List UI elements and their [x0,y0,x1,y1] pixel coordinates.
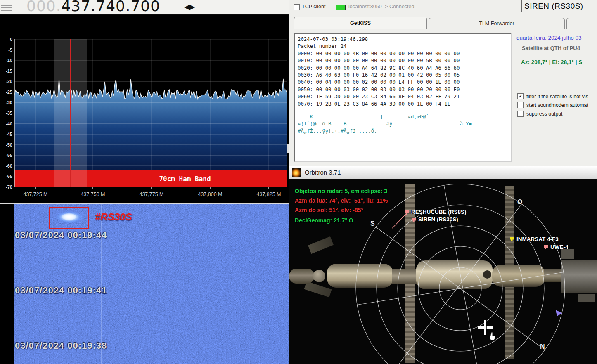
ascii-line: ¤¦f`¦@c.ð.B....B.............äÿ.........… [298,121,511,128]
waterfall-carrier-line [101,204,102,364]
satellite-label-reshucube[interactable]: RESHUCUBE (RS8S) [411,209,467,215]
connection-status: localhost:8050 -> Connected [348,4,415,9]
start-soundmodem-label: start soundmodem automat [526,102,588,108]
svg-text:-70: -70 [6,184,12,189]
signal-tag: #RS30S [95,211,132,223]
tcp-client-checkbox[interactable] [294,4,300,10]
hex-line: 0050: 00 00 00 03 00 02 00 03 00 03 00 0… [298,86,511,93]
spectrum-scope[interactable]: 70cm Ham Band 0-5-10-15-20-25-30-35-40-4… [0,15,289,202]
az-el-readout: Az: 208,7° | El: 28,1° | S [521,59,582,65]
moon-azimuth-info: Azm da lua: 74°, elv: -51°, ilu: 11% [295,197,388,204]
frequency-step-arrows[interactable]: ◀▶ [184,2,194,12]
ascii-line: ....K......................[........¤d,œ… [298,113,511,121]
packet-separator: ========================================… [298,135,511,142]
ascii-line: #Ã„fŽ...ÿy!.+.#Ã„fJ=....Ô. [298,128,511,135]
satellite-header: SIREN (RS30S) [524,2,583,10]
x-axis-labels: 437,725 M437,750 M437,775 M437,800 M437,… [23,187,281,197]
waterfall-display[interactable]: #RS30S 03/07/2024 00:19:44 03/07/2024 00… [0,203,289,364]
orbitron-radar-map[interactable]: Objetos no radar: 5, em eclipse: 3 Azm d… [289,179,597,364]
waterfall-timestamp: 03/07/2024 00:19:41 [15,285,107,296]
satellite-header-box: SIREN (RS30S) [521,0,597,12]
orbitron-title: Orbitron 3.71 [305,169,341,176]
satellite-leader-line [392,214,406,228]
current-date: quarta-feira, 2024 julho 03 [516,35,582,41]
svg-text:437,750 M: 437,750 M [81,191,105,197]
svg-text:-30: -30 [6,100,12,105]
screen: 000.437.740.700 ◀▶ 70cm Ham Band 0-5- [0,0,597,364]
svg-text:0: 0 [10,37,12,42]
filter-satellite-label: filter if the satellite is not vis [526,94,588,99]
svg-text:-10: -10 [6,58,12,63]
svg-text:437,800 M: 437,800 M [198,191,222,197]
svg-text:437,725 M: 437,725 M [23,191,47,197]
satellite-label-uwe4[interactable]: UWE-4 [550,244,569,250]
waterfall-timestamp: 03/07/2024 00:19:38 [15,340,107,351]
hex-line: 0060: 1E 59 3D 00 00 23 C3 84 66 8E 04 0… [298,93,511,100]
ham-band-label: 70cm Ham Band [159,175,211,183]
svg-text:-20: -20 [6,79,12,84]
packet-log[interactable]: 2024-07-03 03:19:46.298Packet number 240… [294,33,512,162]
tuner-sliders-icon[interactable] [1,3,12,11]
compass-south: S [370,220,375,227]
satellite-label-inmarsat[interactable]: INMARSAT 4-F3 [516,236,559,242]
hex-line: 0000: 00 00 00 00 4B 00 00 00 00 00 00 0… [298,50,511,57]
svg-text:-55: -55 [6,153,12,158]
spectrum-chart[interactable]: 70cm Ham Band 0-5-10-15-20-25-30-35-40-4… [0,15,289,202]
crosshair-cursor-icon [484,320,486,335]
orbitron-titlebar[interactable]: Orbitron 3.71 [289,166,597,179]
waterfall-timestamp: 03/07/2024 00:19:44 [15,230,107,241]
getkiss-window: TCP client localhost:8050 -> Connected S… [289,0,597,166]
connection-led-icon [336,5,346,10]
packet-number: Packet number 24 [298,43,511,50]
hex-line: 0040: 00 04 00 00 00 02 00 00 00 E4 FF 0… [298,79,511,86]
svg-text:-45: -45 [6,132,12,137]
suppress-output-checkbox[interactable] [517,111,524,117]
svg-text:-5: -5 [8,47,12,52]
geomag-declination-info: DeclGeomag: 21,7° O [295,217,353,224]
svg-text:-65: -65 [6,174,12,179]
svg-text:437,775 M: 437,775 M [139,191,163,197]
tab-tlm-forwarder[interactable]: TLM Forwarder [429,18,565,29]
start-soundmodem-checkbox[interactable] [517,102,524,108]
tab-getkiss[interactable]: GetKISS [294,17,427,29]
hand-cursor-icon [488,331,497,341]
step-up-icon[interactable]: ▶ [189,2,194,11]
y-axis-labels: 0-5-10-15-20-25-30-35-40-45-50-55-60-65-… [6,37,12,189]
svg-text:437,825 M: 437,825 M [256,191,281,197]
qth-groupbox-label: Satellite at QTH of PU4 [520,45,582,51]
frequency-prefix: 000. [26,0,61,14]
svg-text:-25: -25 [6,90,12,95]
hex-line: 0010: 00 00 00 00 00 00 00 00 00 00 00 0… [298,57,511,64]
compass-north: N [540,343,545,350]
svg-text:-35: -35 [6,111,12,116]
hex-line: 0020: 00 00 00 00 00 A4 64 82 9C 8C 40 6… [298,65,511,72]
orbitron-app-icon [292,168,301,177]
svg-text:-15: -15 [6,69,12,73]
frequency-display[interactable]: 000.437.740.700 [26,0,160,14]
suppress-output-label: suppress output [526,111,563,117]
hex-line: 0030: A6 40 63 00 F0 16 42 02 00 01 00 4… [298,72,511,79]
radar-objects-info: Objetos no radar: 5, em eclipse: 3 [295,188,387,194]
svg-text:-40: -40 [6,121,12,126]
packet-timestamp: 2024-07-03 03:19:46.298 [298,36,511,43]
sun-azimuth-info: Azm do sol: 51°, elv: -85° [295,207,363,213]
sdr-frequency-bar: 000.437.740.700 ◀▶ [0,0,289,15]
compass-west: O [517,199,522,206]
filter-satellite-checkbox[interactable]: ✓ [517,93,524,99]
hex-line: 0070: 19 2B 0E 23 C3 84 66 4A 3D 00 00 1… [298,101,511,108]
signal-highlight-box [49,207,89,229]
satellite-label-siren[interactable]: SIREN (RS30S) [418,216,458,222]
frequency-value[interactable]: 437.740.700 [61,0,160,14]
tab-clipped[interactable] [566,18,597,29]
tcp-client-label: TCP client [302,4,325,9]
svg-text:-50: -50 [6,142,12,147]
svg-text:-60: -60 [6,163,12,168]
step-down-icon[interactable]: ◀ [184,2,189,11]
